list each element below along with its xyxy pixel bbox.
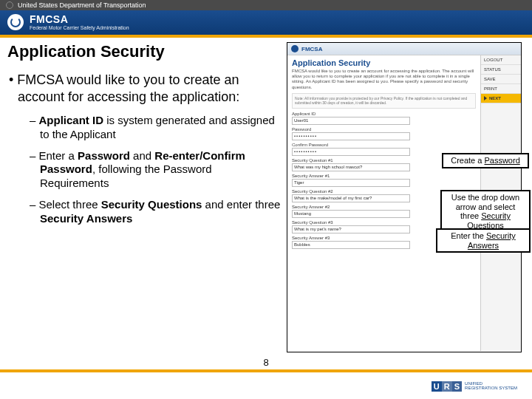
password-label: Password (292, 127, 476, 132)
dot-seal-icon (6, 1, 13, 9)
sub-bullet-2: Enter a Password and Re-enter/Confirm Pa… (30, 149, 281, 191)
fmcsa-subtitle: Federal Motor Carrier Safety Administrat… (30, 25, 129, 30)
applicant-id-field[interactable]: User01 (292, 117, 410, 125)
slide-text-column: Application Security FMCSA would like to… (7, 42, 281, 352)
sub-bullet-3: Select three Security Questions and ente… (30, 198, 281, 226)
sub-bullet-1: Applicant ID is system generated and ass… (30, 114, 281, 142)
urs-logo: URS UNIFIEDREGISTRATION SYSTEM (432, 379, 517, 392)
ss-logo-icon (291, 45, 299, 52)
sa1-label: Security Answer #1 (292, 174, 476, 178)
fmcsa-title: FMCSA (30, 13, 129, 25)
dot-topbar: United States Department of Transportati… (0, 0, 532, 10)
ss-note-box: Note: All information you provide is pro… (292, 93, 476, 109)
sa3-field[interactable]: Bubbles (292, 241, 410, 249)
slide-title: Application Security (7, 42, 281, 61)
sq2-select[interactable]: What is the make/model of my first car? (292, 194, 410, 202)
callout-security-questions: Use the drop down arrow and select three… (440, 190, 531, 233)
footer: URS UNIFIEDREGISTRATION SYSTEM (0, 369, 532, 399)
ss-save-button[interactable]: SAVE (481, 75, 521, 84)
sa1-field[interactable]: Tiger (292, 179, 410, 187)
page-number: 8 (263, 357, 268, 368)
fmcsa-banner: FMCSA Federal Motor Carrier Safety Admin… (0, 10, 532, 38)
applicant-id-label: Applicant ID (292, 112, 476, 116)
ss-heading: Application Security (292, 58, 476, 67)
play-icon (484, 96, 487, 100)
confirm-password-label: Confirm Password (292, 143, 476, 147)
sq3-select[interactable]: What is my pet's name? (292, 225, 410, 233)
ss-brand: FMCSA (301, 46, 322, 52)
sa2-field[interactable]: Mustang (292, 210, 410, 218)
ss-logout-button[interactable]: LOGOUT (481, 55, 521, 65)
dot-label: United States Department of Transportati… (18, 1, 146, 9)
sq1-select[interactable]: What was my high school mascot? (292, 163, 410, 171)
main-bullet: FMCSA would like to you to create an acc… (18, 72, 281, 105)
ss-intro: FMCSA would like to you to create an acc… (292, 69, 476, 90)
fmcsa-logo-icon (7, 14, 24, 30)
ss-next-button[interactable]: NEXT (481, 94, 521, 103)
callout-security-answers: Enter the Security Answers (436, 228, 531, 253)
ss-status-button[interactable]: STATUS (481, 65, 521, 75)
password-field[interactable]: •••••••••• (292, 132, 410, 140)
confirm-password-field[interactable]: •••••••••• (292, 148, 410, 156)
callout-password: Create a Password (442, 153, 529, 168)
ss-print-button[interactable]: PRINT (481, 84, 521, 94)
